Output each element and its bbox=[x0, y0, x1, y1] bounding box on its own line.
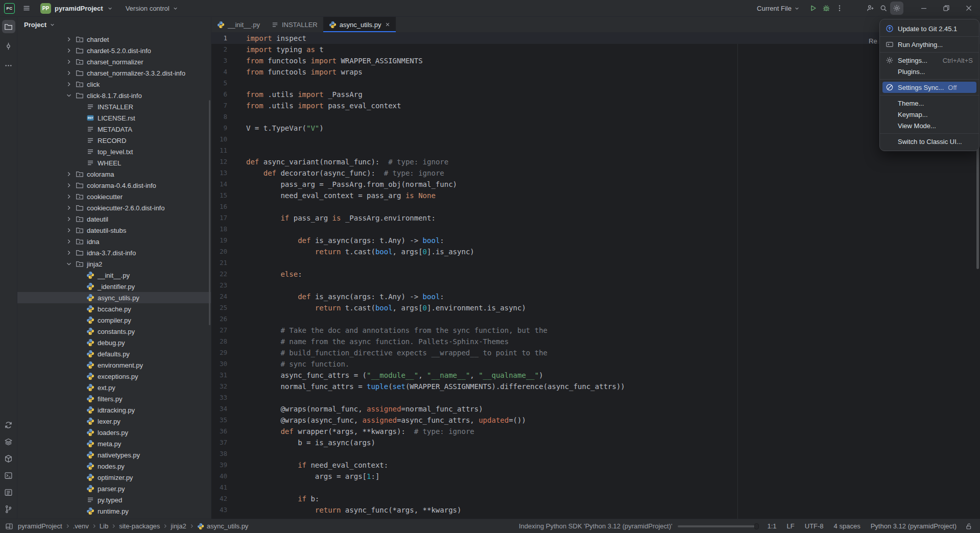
main-menu-button[interactable] bbox=[20, 2, 33, 15]
line-number[interactable]: 40 bbox=[211, 471, 246, 482]
encoding-widget[interactable]: UTF-8 bbox=[805, 522, 824, 530]
menu-item-view-mode[interactable]: View Mode... bbox=[880, 120, 979, 131]
code-line-29[interactable]: 29 # build_function_directive expects __… bbox=[211, 347, 980, 358]
line-number[interactable]: 7 bbox=[211, 100, 246, 111]
tree-item-compiler.py[interactable]: compiler.py bbox=[17, 314, 211, 326]
menu-item-settings-sync[interactable]: Settings Sync...Off bbox=[882, 82, 976, 93]
code-line-38[interactable]: 38 bbox=[211, 448, 980, 459]
tree-item-debug.py[interactable]: debug.py bbox=[17, 337, 211, 348]
code-line-30[interactable]: 30 # sync function. bbox=[211, 358, 980, 370]
code-line-15[interactable]: 15 need_eval_context = pass_arg is None bbox=[211, 190, 980, 201]
chevron-right-icon[interactable] bbox=[65, 215, 73, 223]
line-number[interactable]: 8 bbox=[211, 111, 246, 123]
code-line-25[interactable]: 25 return t.cast(bool, args[0].environme… bbox=[211, 302, 980, 313]
menu-item-run-anything[interactable]: Run Anything... bbox=[880, 39, 979, 50]
chevron-down-icon[interactable] bbox=[65, 92, 73, 99]
restore-button[interactable] bbox=[935, 0, 958, 17]
line-number[interactable]: 27 bbox=[211, 325, 246, 336]
indent-widget[interactable]: 4 spaces bbox=[834, 522, 861, 530]
tree-item-bccache.py[interactable]: bccache.py bbox=[17, 303, 211, 314]
tree-item-filters.py[interactable]: filters.py bbox=[17, 393, 211, 404]
line-number[interactable]: 6 bbox=[211, 89, 246, 100]
line-number[interactable]: 38 bbox=[211, 448, 246, 459]
tree-item-WHEEL[interactable]: WHEEL bbox=[17, 157, 211, 168]
chevron-right-icon[interactable] bbox=[65, 204, 73, 211]
editor-tab-INSTALLER[interactable]: INSTALLER bbox=[266, 17, 323, 32]
code-line-11[interactable]: 11 bbox=[211, 145, 980, 156]
tree-item-idna[interactable]: idna bbox=[17, 236, 211, 247]
code-line-8[interactable]: 8 bbox=[211, 111, 980, 123]
tree-item-click-8.1.7.dist-info[interactable]: click-8.1.7.dist-info bbox=[17, 90, 211, 101]
line-number[interactable]: 9 bbox=[211, 123, 246, 134]
tree-item-charset_normalizer-3.3.2.dist-info[interactable]: charset_normalizer-3.3.2.dist-info bbox=[17, 67, 211, 79]
code-line-12[interactable]: 12def async_variant(normal_func): # type… bbox=[211, 156, 980, 167]
tool-window-button-terminal[interactable] bbox=[2, 469, 15, 482]
chevron-right-icon[interactable] bbox=[65, 182, 73, 189]
project-panel-header[interactable]: Project bbox=[17, 17, 211, 33]
tool-window-button-commit[interactable] bbox=[2, 39, 15, 53]
tree-item-RECORD[interactable]: RECORD bbox=[17, 135, 211, 146]
breadcrumb-.venv[interactable]: .venv bbox=[73, 522, 89, 530]
tree-item-click[interactable]: click bbox=[17, 79, 211, 90]
tree-item-optimizer.py[interactable]: optimizer.py bbox=[17, 472, 211, 483]
tool-window-button-python-packages[interactable] bbox=[2, 452, 15, 465]
code-line-31[interactable]: 31 async_func_attrs = ("__module__", "__… bbox=[211, 370, 980, 381]
code-line-10[interactable]: 10 bbox=[211, 134, 980, 145]
code-line-41[interactable]: 41 bbox=[211, 482, 980, 493]
project-widget[interactable]: PP pyramidProject bbox=[40, 3, 113, 14]
code-line-1[interactable]: 1import inspect bbox=[211, 33, 980, 44]
breadcrumb-jinja2[interactable]: jinja2 bbox=[171, 522, 186, 530]
line-number[interactable]: 13 bbox=[211, 167, 246, 179]
code-line-36[interactable]: 36 def wrapper(*args, **kwargs): # type:… bbox=[211, 426, 980, 437]
menu-item-plugins[interactable]: Plugins... bbox=[880, 66, 979, 77]
code-line-35[interactable]: 35 @wraps(async_func, assigned=async_fun… bbox=[211, 415, 980, 426]
tree-item-meta.py[interactable]: meta.py bbox=[17, 438, 211, 449]
line-number[interactable]: 1 bbox=[211, 33, 246, 44]
line-number[interactable]: 11 bbox=[211, 145, 246, 156]
chevron-right-icon[interactable] bbox=[65, 238, 73, 245]
line-number[interactable]: 19 bbox=[211, 235, 246, 246]
menu-item-theme[interactable]: Theme... bbox=[880, 98, 979, 109]
code-line-17[interactable]: 17 if pass_arg is _PassArg.environment: bbox=[211, 212, 980, 224]
code-line-33[interactable]: 33 bbox=[211, 392, 980, 403]
menu-item-settings[interactable]: Settings...Ctrl+Alt+S bbox=[880, 55, 979, 66]
minimize-button[interactable] bbox=[913, 0, 935, 17]
line-number[interactable]: 10 bbox=[211, 134, 246, 145]
code-line-37[interactable]: 37 b = is_async(args) bbox=[211, 437, 980, 448]
code-line-32[interactable]: 32 normal_func_attrs = tuple(set(WRAPPER… bbox=[211, 381, 980, 392]
run-configuration-selector[interactable]: Current File bbox=[757, 5, 800, 12]
code-line-14[interactable]: 14 pass_arg = _PassArg.from_obj(normal_f… bbox=[211, 179, 980, 190]
line-number[interactable]: 16 bbox=[211, 201, 246, 212]
line-number[interactable]: 25 bbox=[211, 302, 246, 313]
line-number[interactable]: 5 bbox=[211, 78, 246, 89]
code-line-22[interactable]: 22 else: bbox=[211, 269, 980, 280]
tool-window-button-todo[interactable] bbox=[2, 486, 15, 499]
line-number[interactable]: 31 bbox=[211, 370, 246, 381]
line-number[interactable]: 30 bbox=[211, 358, 246, 370]
tree-item-exceptions.py[interactable]: exceptions.py bbox=[17, 371, 211, 382]
caret-position-widget[interactable]: 1:1 bbox=[768, 522, 777, 530]
tree-item-__init__.py[interactable]: __init__.py bbox=[17, 270, 211, 281]
code-with-me-button[interactable] bbox=[864, 2, 877, 15]
chevron-right-icon[interactable] bbox=[65, 47, 73, 54]
code-line-9[interactable]: 9V = t.TypeVar("V") bbox=[211, 123, 980, 134]
chevron-right-icon[interactable] bbox=[65, 69, 73, 77]
line-number[interactable]: 4 bbox=[211, 66, 246, 78]
tree-item-cookiecutter-2.6.0.dist-info[interactable]: cookiecutter-2.6.0.dist-info bbox=[17, 202, 211, 213]
code-line-39[interactable]: 39 if need_eval_context: bbox=[211, 459, 980, 471]
debug-button[interactable] bbox=[820, 2, 833, 15]
tree-item-nativetypes.py[interactable]: nativetypes.py bbox=[17, 449, 211, 461]
chevron-right-icon[interactable] bbox=[65, 171, 73, 178]
menu-item-keymap[interactable]: Keymap... bbox=[880, 109, 979, 120]
line-number[interactable]: 15 bbox=[211, 190, 246, 201]
code-line-16[interactable]: 16 bbox=[211, 201, 980, 212]
tool-window-button-more-tool-windows[interactable] bbox=[2, 59, 15, 72]
tree-item-INSTALLER[interactable]: INSTALLER bbox=[17, 101, 211, 112]
line-number[interactable]: 18 bbox=[211, 224, 246, 235]
line-number[interactable]: 14 bbox=[211, 179, 246, 190]
lock-open-icon[interactable] bbox=[965, 522, 973, 530]
code-line-13[interactable]: 13 def decorator(async_func): # type: ig… bbox=[211, 167, 980, 179]
chevron-right-icon[interactable] bbox=[65, 58, 73, 65]
code-line-40[interactable]: 40 args = args[1:] bbox=[211, 471, 980, 482]
code-line-28[interactable]: 28 # name from the async function. Palle… bbox=[211, 336, 980, 347]
